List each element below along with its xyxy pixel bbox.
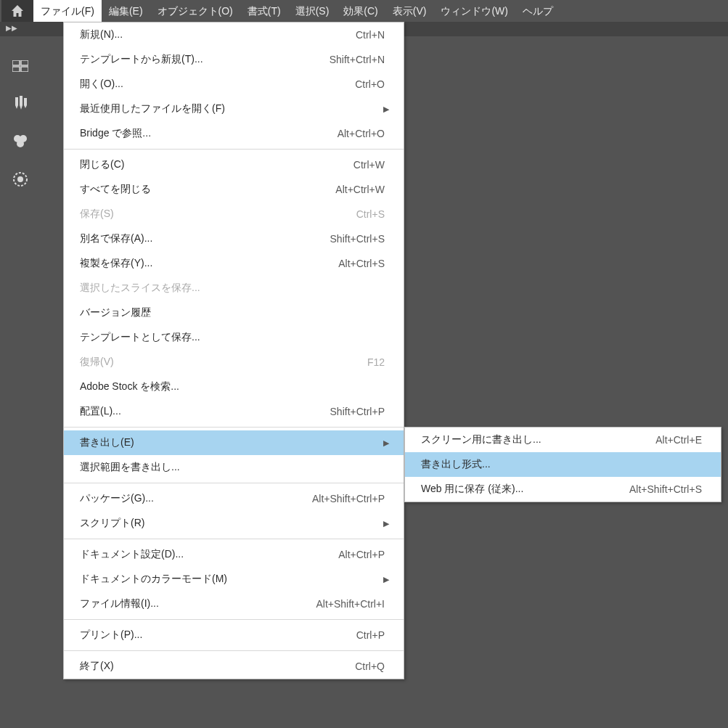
menu-label: 複製を保存(Y)... — [80, 257, 338, 270]
file-menu-item-0[interactable]: 新規(N)...Ctrl+N — [64, 23, 404, 47]
file-menu-item-19[interactable]: 選択範囲を書き出し... — [64, 455, 404, 480]
menu-6[interactable]: 表示(V) — [385, 0, 434, 22]
menu-8[interactable]: ヘルプ — [515, 0, 560, 22]
file-menu-item-18[interactable]: 書き出し(E)▶ — [64, 430, 404, 455]
menu-shortcut: Alt+Ctrl+P — [338, 549, 389, 560]
file-menu-item-15[interactable]: Adobe Stock を検索... — [64, 375, 404, 399]
svg-point-6 — [17, 140, 24, 147]
menu-1[interactable]: 編集(E) — [102, 0, 150, 22]
file-menu-item-1[interactable]: テンプレートから新規(T)...Shift+Ctrl+N — [64, 47, 404, 72]
file-menu-item-21[interactable]: パッケージ(G)...Alt+Shift+Ctrl+P — [64, 486, 404, 511]
menu-label: ドキュメントのカラーモード(M) — [80, 573, 377, 586]
file-menu-item-13[interactable]: テンプレートとして保存... — [64, 325, 404, 350]
symbols-icon[interactable] — [9, 131, 31, 152]
menu-label: 別名で保存(A)... — [80, 232, 330, 245]
menu-5[interactable]: 効果(C) — [336, 0, 385, 22]
export-submenu-item-0[interactable]: スクリーン用に書き出し...Alt+Ctrl+E — [405, 428, 721, 452]
menu-shortcut: Alt+Shift+Ctrl+S — [629, 483, 706, 495]
menubar: ファイル(F)編集(E)オブジェクト(O)書式(T)選択(S)効果(C)表示(V… — [0, 0, 728, 22]
menu-label: ファイル情報(I)... — [80, 597, 316, 610]
home-button[interactable] — [1, 0, 33, 22]
menu-shortcut: Alt+Shift+Ctrl+I — [316, 598, 389, 610]
menu-shortcut: Ctrl+Q — [355, 660, 389, 672]
swatches-icon[interactable] — [9, 168, 31, 190]
file-menu-item-4[interactable]: Bridge で参照...Alt+Ctrl+O — [64, 121, 404, 146]
file-menu-item-16[interactable]: 配置(L)...Shift+Ctrl+P — [64, 399, 404, 424]
menu-shortcut: Alt+Ctrl+S — [338, 258, 389, 269]
menu-separator — [64, 539, 404, 539]
menu-shortcut: Shift+Ctrl+N — [330, 54, 389, 65]
menu-shortcut: Alt+Ctrl+W — [335, 184, 389, 195]
file-menu-item-28[interactable]: プリント(P)...Ctrl+P — [64, 623, 404, 647]
menu-separator — [64, 483, 404, 483]
file-menu-item-14: 復帰(V)F12 — [64, 350, 404, 375]
home-icon — [10, 4, 25, 17]
menu-separator — [64, 149, 404, 150]
file-menu-item-26[interactable]: ファイル情報(I)...Alt+Shift+Ctrl+I — [64, 592, 404, 616]
file-menu-item-8: 保存(S)Ctrl+S — [64, 202, 404, 226]
menu-separator — [64, 650, 404, 651]
menu-label: スクリーン用に書き出し... — [421, 433, 655, 446]
file-menu-item-7[interactable]: すべてを閉じるAlt+Ctrl+W — [64, 177, 404, 202]
menu-label: 書き出し形式... — [421, 458, 706, 471]
menu-4[interactable]: 選択(S) — [288, 0, 337, 22]
brushes-icon[interactable] — [9, 93, 31, 115]
menu-label: 復帰(V) — [80, 356, 367, 369]
menu-label: 閉じる(C) — [80, 158, 353, 171]
export-submenu-item-2[interactable]: Web 用に保存 (従来)...Alt+Shift+Ctrl+S — [405, 477, 721, 502]
export-submenu-item-1[interactable]: 書き出し形式... — [405, 452, 721, 477]
menu-shortcut: Alt+Ctrl+O — [338, 128, 389, 139]
menu-shortcut: Shift+Ctrl+S — [330, 233, 389, 245]
file-menu-item-3[interactable]: 最近使用したファイルを開く(F)▶ — [64, 97, 404, 121]
submenu-arrow-icon: ▶ — [377, 438, 389, 448]
menu-shortcut: Ctrl+P — [356, 629, 389, 641]
menu-label: Web 用に保存 (従来)... — [421, 483, 629, 496]
menu-label: Adobe Stock を検索... — [80, 380, 389, 393]
menu-label: 選択したスライスを保存... — [80, 282, 389, 295]
menu-label: テンプレートとして保存... — [80, 331, 389, 344]
menu-shortcut: Ctrl+O — [355, 78, 389, 90]
menu-label: スクリプト(R) — [80, 517, 377, 530]
menu-shortcut: Alt+Ctrl+E — [655, 434, 706, 446]
file-menu-item-22[interactable]: スクリプト(R)▶ — [64, 511, 404, 536]
left-panel — [2, 45, 38, 190]
svg-rect-1 — [21, 60, 28, 65]
file-menu-item-9[interactable]: 別名で保存(A)...Shift+Ctrl+S — [64, 226, 404, 251]
menu-shortcut: Ctrl+S — [356, 208, 389, 220]
expand-panel-icon[interactable]: ▶▶ — [6, 24, 17, 32]
menu-7[interactable]: ウィンドウ(W) — [433, 0, 515, 22]
menu-separator — [64, 619, 404, 620]
menu-3[interactable]: 書式(T) — [240, 0, 288, 22]
file-menu-item-10[interactable]: 複製を保存(Y)...Alt+Ctrl+S — [64, 251, 404, 276]
menu-label: テンプレートから新規(T)... — [80, 53, 330, 66]
menu-label: 最近使用したファイルを開く(F) — [80, 102, 377, 115]
file-menu-item-11: 選択したスライスを保存... — [64, 276, 404, 300]
submenu-arrow-icon: ▶ — [377, 575, 389, 584]
menu-label: 書き出し(E) — [80, 436, 377, 449]
menu-separator — [64, 427, 404, 428]
menu-label: プリント(P)... — [80, 629, 356, 642]
file-menu-item-30[interactable]: 終了(X)Ctrl+Q — [64, 654, 404, 679]
svg-point-8 — [17, 176, 23, 182]
menu-label: 保存(S) — [80, 208, 356, 221]
menu-0[interactable]: ファイル(F) — [33, 0, 102, 22]
file-menu-item-6[interactable]: 閉じる(C)Ctrl+W — [64, 152, 404, 177]
menu-label: すべてを閉じる — [80, 183, 335, 196]
submenu-arrow-icon: ▶ — [377, 105, 389, 114]
menu-shortcut: Ctrl+W — [353, 159, 389, 171]
artboards-icon[interactable] — [9, 55, 31, 77]
svg-rect-3 — [21, 67, 28, 72]
file-menu-item-24[interactable]: ドキュメント設定(D)...Alt+Ctrl+P — [64, 542, 404, 567]
menu-shortcut: Ctrl+N — [356, 29, 389, 41]
menu-2[interactable]: オブジェクト(O) — [150, 0, 240, 22]
submenu-arrow-icon: ▶ — [377, 519, 389, 528]
export-submenu: スクリーン用に書き出し...Alt+Ctrl+E書き出し形式...Web 用に保… — [404, 427, 721, 502]
menu-shortcut: Shift+Ctrl+P — [330, 406, 389, 417]
file-menu-item-25[interactable]: ドキュメントのカラーモード(M)▶ — [64, 567, 404, 592]
menu-label: Bridge で参照... — [80, 127, 338, 140]
file-menu-item-2[interactable]: 開く(O)...Ctrl+O — [64, 72, 404, 97]
menu-label: 選択範囲を書き出し... — [80, 461, 389, 474]
file-menu-item-12[interactable]: バージョン履歴 — [64, 300, 404, 325]
menu-label: バージョン履歴 — [80, 306, 389, 319]
svg-rect-0 — [12, 60, 20, 65]
